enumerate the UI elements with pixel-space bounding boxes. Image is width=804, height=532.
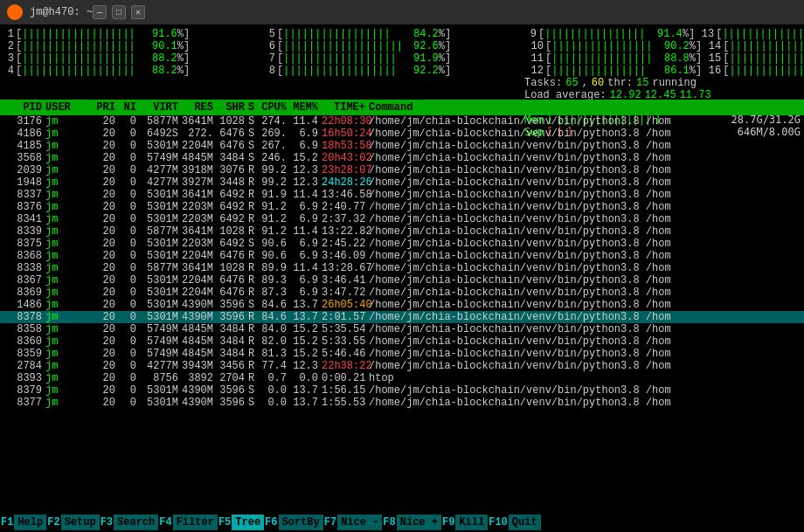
cpu-section: 1[||||||||||||||||||91.6%]5[||||||||||||…	[0, 26, 524, 100]
cpu-4: 4[||||||||||||||||||88.2%]	[2, 65, 263, 77]
process-list: 3176jm2005877M3641M1028S274.11.422h08:30…	[0, 115, 804, 515]
header-mem: MEM%	[290, 101, 322, 114]
titlebar-title: jm@h470: ~	[30, 6, 93, 18]
cpu-15: 15[||||||||||||||||91.4%]	[702, 52, 804, 65]
minimize-button[interactable]: —	[93, 5, 107, 19]
cpu-2: 2[||||||||||||||||||90.1%]	[2, 40, 263, 52]
table-row[interactable]: 2039jm2004277M3918M3076R99.212.323h28:07…	[0, 164, 804, 176]
cpu-11: 11[||||||||||||||||88.8%]	[524, 52, 702, 65]
table-row[interactable]: 8377jm2005301M4390M3596S0.013.71:55.53/h…	[0, 397, 804, 409]
bottombar: F1HelpF2SetupF3SearchF4FilterF5TreeF6Sor…	[0, 515, 804, 530]
table-row[interactable]: 8378jm2005301M4390M3596R84.613.72:01.57/…	[0, 311, 804, 323]
bottombar-item-help[interactable]: F1Help	[0, 515, 46, 530]
bottombar-item-sortby[interactable]: F6SortBy	[264, 515, 323, 530]
header-pid: PID	[3, 101, 45, 114]
close-button[interactable]: ✕	[131, 5, 145, 19]
table-row[interactable]: 8341jm2005301M2203M6492R91.26.92:37.32/h…	[0, 213, 804, 225]
table-row[interactable]: 8360jm2005749M4845M3484R82.015.25:33.55/…	[0, 335, 804, 348]
cpu-6: 6[|||||||||||||||||||92.6%]	[263, 40, 524, 52]
window-controls: — □ ✕	[93, 5, 145, 19]
cpu-16: 16[||||||||||||||||||100.0%]	[702, 65, 804, 77]
header-cpu: CPU%	[259, 101, 290, 114]
header-virt: VIRT	[140, 101, 182, 114]
header-user: USER	[45, 101, 91, 114]
header-layout: 1[||||||||||||||||||91.6%]5[||||||||||||…	[0, 26, 804, 100]
bottombar-item-filter[interactable]: F4Filter	[158, 515, 218, 530]
table-row[interactable]: 8369jm2005301M2204M6476R87.36.93:47.72/h…	[0, 287, 804, 299]
header-res: RES	[182, 101, 217, 114]
tasks-line: Tasks: 65 , 60 thr: 15 running	[524, 77, 801, 89]
bottombar-item-nice +[interactable]: F8Nice +	[382, 515, 441, 530]
bottombar-item-quit[interactable]: F10Quit	[488, 515, 540, 530]
cpu-14: 14[||||||||||||||||||100.0%]	[702, 40, 804, 52]
table-row[interactable]: 8339jm2005877M3641M1028R91.211.413:22.82…	[0, 225, 804, 238]
table-row[interactable]: 8376jm2005301M2203M6492R91.26.92:40.77/h…	[0, 201, 804, 213]
table-row[interactable]: 3176jm2005877M3641M1028S274.11.422h08:30…	[0, 115, 804, 128]
header-pri: PRI	[91, 101, 119, 114]
table-row[interactable]: 3568jm2005749M4845M3484S246.15.220h43:02…	[0, 152, 804, 164]
header-time: TIME+	[322, 101, 369, 114]
maximize-button[interactable]: □	[112, 5, 126, 19]
table-row[interactable]: 1486jm2005301M4390M3596S84.613.726h05:40…	[0, 299, 804, 311]
table-row[interactable]: 8367jm2005301M2204M6476R89.36.93:46.41/h…	[0, 274, 804, 287]
header-cmd: Command	[369, 101, 801, 114]
cpu-7: 7[||||||||||||||||||91.9%]	[263, 52, 524, 65]
app-icon	[7, 4, 23, 20]
table-row[interactable]: 8338jm2005877M3641M1028R89.911.413:28.67…	[0, 262, 804, 274]
table-row[interactable]: 4185jm2005301M2204M6476S267.6.918h53:58/…	[0, 140, 804, 152]
terminal-window: jm@h470: ~ — □ ✕ 1[||||||||||||||||||91.…	[0, 0, 804, 532]
table-row[interactable]: 2784jm2004277M3943M3456R77.412.322h38:22…	[0, 360, 804, 372]
header-ni: NI	[119, 101, 140, 114]
cpu-13: 13[||||||||||||||||87.2%]	[695, 28, 804, 40]
cpu-3: 3[||||||||||||||||||88.2%]	[2, 52, 263, 65]
bottombar-item-nice -[interactable]: F7Nice -	[323, 515, 383, 530]
cpu-5: 5[|||||||||||||||||84.2%]	[263, 28, 524, 40]
bottombar-item-setup[interactable]: F2Setup	[46, 515, 99, 530]
table-row[interactable]: 8375jm2005301M2203M6492S90.66.92:45.22/h…	[0, 238, 804, 250]
right-info: 9[||||||||||||||||91.4%]13[|||||||||||||…	[524, 26, 804, 100]
table-row[interactable]: 8393jm200875638922704R0.70.00:00.21htop	[0, 372, 804, 384]
table-row[interactable]: 8379jm2005301M4390M3596S0.013.71:56.15/h…	[0, 384, 804, 397]
cpu-1: 1[||||||||||||||||||91.6%]	[2, 28, 263, 40]
table-row[interactable]: 8368jm2005301M2204M6476R90.66.93:46.09/h…	[0, 250, 804, 262]
bottombar-item-kill[interactable]: F9Kill	[441, 515, 488, 530]
header-shr: SHR	[217, 101, 248, 114]
terminal-content: 1[||||||||||||||||||91.6%]5[||||||||||||…	[0, 24, 804, 532]
table-row[interactable]: 8359jm2005749M4845M3484R81.315.25:46.46/…	[0, 348, 804, 360]
table-row[interactable]: 4186jm2006492S272.6476S269.6.916h50:24/h…	[0, 128, 804, 140]
table-row[interactable]: 8337jm2005301M3641M6492R91.911.413:46.58…	[0, 189, 804, 201]
table-row[interactable]: 8358jm2005749M4845M3484R84.015.25:35.54/…	[0, 323, 804, 335]
cpu-8: 8[||||||||||||||||||92.2%]	[263, 65, 524, 77]
bottombar-item-search[interactable]: F3Search	[100, 515, 159, 530]
header-s: S	[248, 101, 259, 114]
cpu-10: 10[||||||||||||||||90.2%]	[524, 40, 702, 52]
bottombar-item-tree[interactable]: F5Tree	[218, 515, 264, 530]
cpu-12: 12[|||||||||||||||86.1%]	[524, 65, 702, 77]
table-row[interactable]: 1948jm2004277M3927M3448R99.212.324h28:26…	[0, 176, 804, 189]
titlebar: jm@h470: ~ — □ ✕	[0, 0, 804, 24]
cpu-9: 9[||||||||||||||||91.4%]	[524, 28, 695, 40]
process-header: PID USER PRI NI VIRT RES SHR S CPU% MEM%…	[0, 100, 804, 115]
